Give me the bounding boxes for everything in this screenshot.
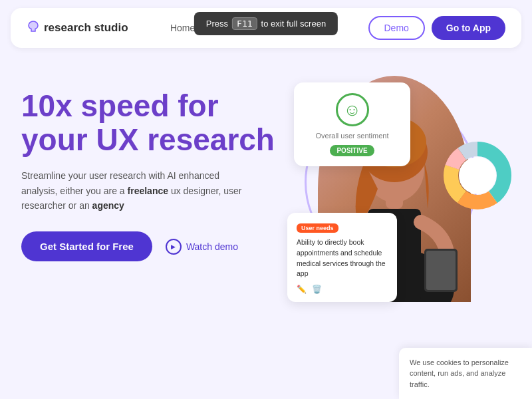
- play-icon: ▶: [166, 239, 182, 255]
- get-started-button[interactable]: Get Started for Free: [21, 231, 152, 261]
- toast-key: F11: [232, 17, 257, 30]
- watch-demo-button[interactable]: ▶ Watch demo: [166, 239, 238, 255]
- go-to-app-button[interactable]: Go to App: [432, 16, 505, 40]
- nav-home[interactable]: Home: [170, 23, 195, 33]
- svg-point-13: [459, 157, 496, 194]
- hero-section: 10x speed for your UX research Streamlin…: [0, 56, 532, 342]
- fullscreen-toast: Press F11 to exit full screen: [194, 12, 338, 35]
- donut-chart: [438, 136, 517, 215]
- toast-text-after: to exit full screen: [261, 19, 327, 29]
- edit-icon: ✏️: [297, 285, 307, 294]
- hero-title: 10x speed for your UX research: [21, 89, 281, 156]
- hero-title-line2: your UX research: [21, 122, 275, 157]
- logo: research studio: [27, 20, 128, 37]
- smiley-face: ☺: [336, 93, 369, 126]
- nav-actions: Demo Go to App: [368, 16, 506, 40]
- needs-tag: User needs: [297, 223, 338, 233]
- hero-title-line1: 10x speed for: [21, 88, 219, 123]
- watch-demo-label: Watch demo: [186, 241, 238, 252]
- toast-text-before: Press: [206, 19, 228, 29]
- positive-badge: POSITIVE: [330, 145, 374, 156]
- hero-right: ☺ Overall user sentiment POSITIVE: [281, 76, 511, 342]
- cookie-text: We use cookies to personalize content, r…: [410, 357, 521, 390]
- needs-text: Ability to directly book appointments an…: [297, 237, 388, 279]
- hero-description: Streamline your user research with AI en…: [21, 168, 247, 213]
- hero-actions: Get Started for Free ▶ Watch demo: [21, 231, 281, 261]
- delete-icon: 🗑️: [312, 285, 322, 294]
- needs-icons: ✏️ 🗑️: [297, 285, 388, 294]
- cookie-banner: We use cookies to personalize content, r…: [399, 348, 532, 400]
- user-needs-card: User needs Ability to directly book appo…: [287, 213, 397, 302]
- demo-button[interactable]: Demo: [368, 16, 425, 40]
- hero-left: 10x speed for your UX research Streamlin…: [21, 76, 281, 261]
- sentiment-label: Overall user sentiment: [307, 132, 397, 140]
- svg-rect-7: [426, 251, 456, 290]
- logo-icon: [27, 20, 40, 37]
- logo-text: research studio: [44, 21, 128, 35]
- sentiment-card: ☺ Overall user sentiment POSITIVE: [294, 82, 410, 166]
